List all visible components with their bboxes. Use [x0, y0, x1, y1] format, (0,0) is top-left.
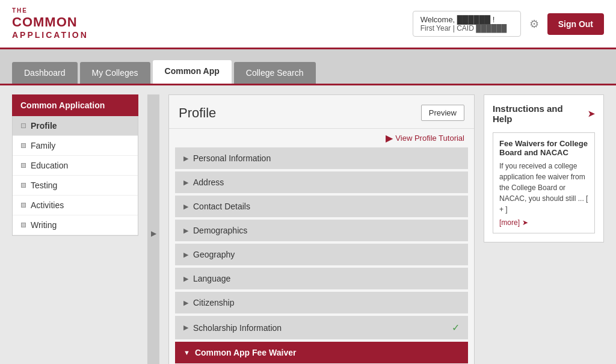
- help-card-title: Fee Waivers for College Board and NACAC: [499, 139, 588, 157]
- welcome-label: Welcome,: [420, 15, 455, 24]
- section-item-left: ▶ Scholarship Information: [183, 323, 282, 333]
- welcome-exclamation: !: [493, 15, 495, 24]
- sidebar-items: Profile Family Education Testing Activit…: [12, 116, 138, 236]
- welcome-box: Welcome, ██████ ! First Year | CAID ████…: [413, 11, 521, 37]
- tutorial-label: View Profile Tutorial: [395, 134, 464, 143]
- help-card: Fee Waivers for College Board and NACAC …: [493, 132, 595, 233]
- sidebar-item-writing[interactable]: Writing: [13, 215, 138, 235]
- section-item-address[interactable]: ▶ Address: [175, 171, 468, 193]
- section-item-language[interactable]: ▶ Language: [175, 268, 468, 289]
- help-card-text: If you received a college application fe…: [499, 161, 588, 215]
- gear-button[interactable]: ⚙: [527, 15, 541, 33]
- bullet-icon: [21, 183, 26, 188]
- sidebar-item-education[interactable]: Education: [13, 156, 138, 176]
- section-item-left: ▼ Common App Fee Waiver: [183, 348, 296, 357]
- section-label-citizenship: Citizenship: [193, 298, 234, 307]
- expand-arrow-icon: ▶: [183, 324, 188, 332]
- expand-arrow-icon: ▶: [183, 227, 188, 235]
- help-arrow-icon: ➤: [588, 109, 595, 119]
- section-label-address: Address: [193, 177, 224, 187]
- bullet-icon: [21, 143, 26, 148]
- section-item-left: ▶ Contact Details: [183, 202, 250, 211]
- tab-dashboard[interactable]: Dashboard: [12, 62, 78, 84]
- section-list: ▶ Personal Information ▶ Address ▶ Conta…: [169, 147, 474, 364]
- expand-arrow-icon: ▶: [183, 251, 188, 259]
- section-item-left: ▶ Address: [183, 177, 224, 187]
- help-title: Instructions and Help ➤: [493, 103, 595, 124]
- help-box: Instructions and Help ➤ Fee Waivers for …: [484, 94, 604, 242]
- section-item-personal-info[interactable]: ▶ Personal Information: [175, 147, 468, 169]
- right-panel: Instructions and Help ➤ Fee Waivers for …: [484, 94, 604, 364]
- section-label-scholarship-info: Scholarship Information: [193, 323, 282, 333]
- bullet-icon: [21, 203, 26, 208]
- section-item-geography[interactable]: ▶ Geography: [175, 244, 468, 265]
- tab-college-search[interactable]: College Search: [234, 62, 316, 84]
- section-item-citizenship[interactable]: ▶ Citizenship: [175, 292, 468, 313]
- sidebar-label-testing: Testing: [31, 180, 57, 190]
- page-title: Profile: [179, 105, 216, 121]
- sidebar-label-family: Family: [31, 141, 55, 150]
- tutorial-link[interactable]: ▶ View Profile Tutorial: [169, 129, 474, 147]
- section-item-left: ▶ Demographics: [183, 226, 247, 235]
- help-more-link[interactable]: [more] ➤: [499, 218, 588, 227]
- section-item-fee-waiver[interactable]: ▼ Common App Fee Waiver: [175, 342, 468, 363]
- section-item-left: ▶ Language: [183, 274, 230, 283]
- sidebar-label-activities: Activities: [31, 200, 64, 210]
- sidebar-label-education: Education: [31, 161, 68, 170]
- signout-button[interactable]: Sign Out: [547, 13, 604, 35]
- header-right: Welcome, ██████ ! First Year | CAID ████…: [413, 11, 604, 37]
- section-item-contact-details[interactable]: ▶ Contact Details: [175, 196, 468, 217]
- sidebar-item-activities[interactable]: Activities: [13, 196, 138, 215]
- tab-my-colleges[interactable]: My Colleges: [80, 62, 150, 84]
- expand-arrow-icon: ▶: [183, 275, 188, 283]
- expand-arrow-icon: ▼: [183, 349, 190, 356]
- checkmark-icon: ✓: [452, 322, 460, 333]
- sidebar-label-profile: Profile: [31, 121, 57, 131]
- sidebar: Common Application Profile Family Educat…: [12, 94, 138, 364]
- more-label: [more]: [499, 218, 520, 227]
- section-label-personal-info: Personal Information: [193, 153, 271, 163]
- welcome-sub: First Year | CAID ██████: [420, 24, 513, 32]
- expand-arrow-icon: ▶: [183, 203, 188, 211]
- nav-bar: Dashboard My Colleges Common App College…: [0, 49, 616, 85]
- section-label-geography: Geography: [193, 250, 235, 259]
- sidebar-item-testing[interactable]: Testing: [13, 176, 138, 196]
- bullet-icon: [21, 123, 26, 128]
- sidebar-header: Common Application: [12, 94, 138, 116]
- section-label-language: Language: [193, 274, 230, 283]
- more-arrow-icon: ➤: [522, 218, 528, 227]
- main-area: Common Application Profile Family Educat…: [0, 85, 616, 364]
- welcome-name: ██████: [457, 15, 490, 24]
- expand-arrow-icon: ▶: [183, 155, 188, 162]
- section-item-scholarship-info[interactable]: ▶ Scholarship Information ✓: [175, 316, 468, 339]
- tab-common-app[interactable]: Common App: [153, 60, 232, 84]
- help-title-text: Instructions and Help: [493, 103, 584, 124]
- section-item-left: ▶ Geography: [183, 250, 235, 259]
- app-logo: THE COMMON APPLICATION: [12, 7, 88, 40]
- welcome-text: Welcome, ██████ !: [420, 15, 513, 24]
- preview-button[interactable]: Preview: [421, 105, 464, 121]
- section-label-fee-waiver: Common App Fee Waiver: [195, 348, 297, 357]
- content-header: Profile Preview: [169, 95, 474, 129]
- section-label-demographics: Demographics: [193, 226, 247, 235]
- sidebar-item-profile[interactable]: Profile: [13, 116, 138, 136]
- bullet-icon: [21, 223, 26, 227]
- section-label-contact-details: Contact Details: [193, 202, 250, 211]
- content-area: Profile Preview ▶ View Profile Tutorial …: [168, 94, 475, 364]
- sidebar-collapse-arrow[interactable]: ▶: [147, 94, 159, 364]
- app-header: THE COMMON APPLICATION Welcome, ██████ !…: [0, 0, 616, 49]
- section-item-left: ▶ Citizenship: [183, 298, 234, 307]
- sidebar-item-family[interactable]: Family: [13, 136, 138, 156]
- logo-line3: APPLICATION: [12, 30, 88, 40]
- expand-arrow-icon: ▶: [183, 299, 188, 307]
- section-item-demographics[interactable]: ▶ Demographics: [175, 220, 468, 241]
- section-item-left: ▶ Personal Information: [183, 153, 271, 163]
- sidebar-label-writing: Writing: [31, 220, 57, 230]
- logo-line1: THE: [12, 7, 88, 14]
- bullet-icon: [21, 163, 26, 168]
- logo-line2: COMMON: [12, 14, 88, 30]
- play-icon: ▶: [386, 132, 393, 144]
- expand-arrow-icon: ▶: [183, 179, 188, 187]
